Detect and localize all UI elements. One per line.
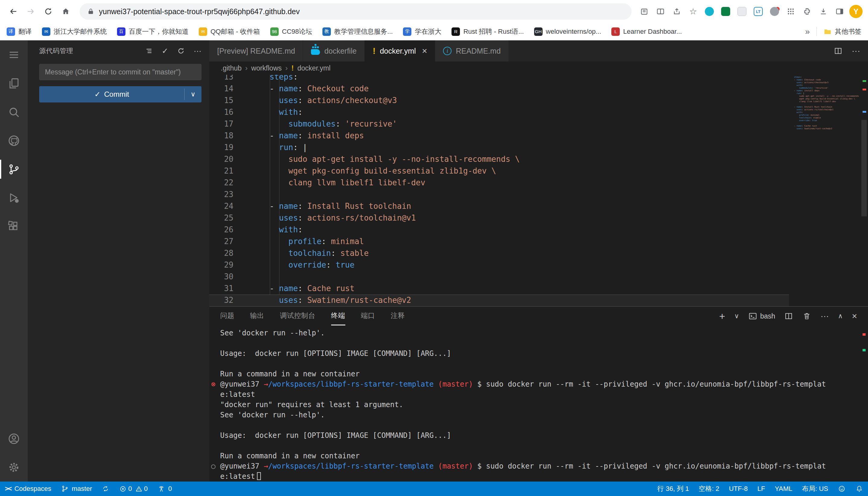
github-icon[interactable] bbox=[0, 126, 28, 155]
panel-tab[interactable]: 调试控制台 bbox=[280, 307, 315, 325]
check-icon: ✓ bbox=[94, 90, 101, 98]
scrollbar-thumb[interactable] bbox=[862, 120, 867, 216]
editor-tab[interactable]: !docker.yml× bbox=[365, 41, 435, 61]
bookmarks-overflow-chevron[interactable]: » bbox=[805, 27, 810, 36]
feedback-smiley-icon[interactable] bbox=[833, 482, 851, 496]
code-line: 23 bbox=[209, 189, 789, 200]
keyboard-layout-indicator[interactable]: 布局: US bbox=[797, 482, 833, 496]
terminal-output[interactable]: See 'docker run --help'. Usage: docker r… bbox=[209, 325, 868, 482]
panel-more-actions-icon[interactable]: ··· bbox=[820, 312, 829, 320]
eol-indicator[interactable]: LF bbox=[752, 482, 770, 496]
editor-tab[interactable]: dockerfile bbox=[303, 41, 365, 61]
terminal-line: Usage: docker run [OPTIONS] IMAGE [COMMA… bbox=[220, 348, 862, 359]
extension-teal-icon[interactable] bbox=[703, 5, 716, 18]
source-control-icon[interactable] bbox=[0, 155, 28, 184]
panel-tab[interactable]: 问题 bbox=[220, 307, 234, 325]
bookmarks-list: 译翻译✉浙江大学邮件系统百百度一下，你就知道✉QQ邮箱 - 收件箱98CC98论… bbox=[6, 27, 682, 36]
download-icon[interactable] bbox=[817, 5, 830, 18]
language-mode-indicator[interactable]: YAML bbox=[770, 482, 797, 496]
split-terminal-icon[interactable] bbox=[784, 312, 793, 321]
encoding-indicator[interactable]: UTF-8 bbox=[724, 482, 752, 496]
radio-tower-icon bbox=[158, 485, 165, 493]
view-as-tree-icon[interactable] bbox=[145, 47, 153, 55]
bookmark-item[interactable]: ✉QQ邮箱 - 收件箱 bbox=[199, 27, 260, 36]
forward-icon[interactable] bbox=[23, 4, 39, 19]
panel-tab[interactable]: 终端 bbox=[331, 307, 345, 325]
collections-icon[interactable] bbox=[638, 5, 651, 18]
commit-check-icon[interactable]: ✓ bbox=[162, 46, 168, 56]
bookmark-item[interactable]: 学学在浙大 bbox=[403, 27, 441, 36]
minimap-content: steps: - name: Checkout code uses: actio… bbox=[789, 75, 860, 130]
commit-dropdown-chevron[interactable]: ∨ bbox=[184, 86, 201, 103]
bookmark-item[interactable]: ✉浙江大学邮件系统 bbox=[42, 27, 107, 36]
editor-tab[interactable]: [Preview] README.md bbox=[209, 41, 303, 61]
notifications-bell-icon[interactable] bbox=[851, 482, 868, 496]
search-icon[interactable] bbox=[0, 98, 28, 126]
bookmark-item[interactable]: 98CC98论坛 bbox=[270, 27, 312, 36]
bookmark-item[interactable]: 教教学管理信息服务... bbox=[323, 27, 393, 36]
other-bookmarks-folder[interactable]: 其他书签 bbox=[823, 27, 862, 36]
indentation-indicator[interactable]: 空格: 2 bbox=[694, 482, 724, 496]
commit-message-input[interactable] bbox=[39, 64, 201, 80]
more-actions-icon[interactable]: ··· bbox=[194, 46, 201, 56]
new-terminal-icon[interactable]: + bbox=[719, 311, 725, 321]
editor-more-actions-icon[interactable]: ··· bbox=[852, 46, 860, 56]
home-icon[interactable] bbox=[58, 4, 74, 19]
commit-button[interactable]: ✓ Commit ∨ bbox=[39, 86, 201, 103]
ports-indicator[interactable]: 0 bbox=[153, 482, 177, 496]
breadcrumb-item[interactable]: docker.yml bbox=[297, 64, 331, 72]
codespaces-remote-indicator[interactable]: >< Codespaces bbox=[0, 482, 56, 496]
bookmark-item[interactable]: GHweloveinterns/op... bbox=[534, 27, 601, 36]
branch-indicator[interactable]: master bbox=[56, 482, 97, 496]
close-panel-icon[interactable]: × bbox=[852, 312, 857, 321]
chevron-right-icon: › bbox=[285, 64, 288, 72]
problems-indicator[interactable]: 0 0 bbox=[114, 482, 153, 496]
panel-tab[interactable]: 注释 bbox=[391, 307, 405, 325]
extension-notes-icon[interactable] bbox=[735, 5, 749, 18]
sync-changes-button[interactable] bbox=[97, 482, 114, 496]
apps-grid-icon[interactable] bbox=[784, 5, 797, 18]
kill-terminal-trash-icon[interactable] bbox=[802, 312, 811, 321]
code-editor[interactable]: 13 steps:14 - name: Checkout code15 uses… bbox=[209, 75, 868, 306]
bookmark-item[interactable]: 百百度一下，你就知道 bbox=[117, 27, 189, 36]
settings-gear-icon[interactable] bbox=[0, 453, 28, 482]
sidebar-toggle-icon[interactable] bbox=[833, 5, 846, 18]
breadcrumb-item[interactable]: .github bbox=[221, 64, 242, 72]
terminal-dropdown-chevron[interactable]: ∨ bbox=[734, 313, 739, 320]
bookmark-item[interactable]: LLearner Dashboar... bbox=[611, 27, 682, 36]
account-icon[interactable] bbox=[0, 424, 28, 453]
profile-avatar[interactable]: Y bbox=[849, 5, 863, 18]
code-line: 21 wget pkg-config build-essential zlib1… bbox=[209, 165, 789, 177]
breadcrumb-item[interactable]: workflows bbox=[251, 64, 282, 72]
split-screen-icon[interactable] bbox=[654, 5, 667, 18]
panel-tab[interactable]: 端口 bbox=[361, 307, 375, 325]
run-debug-icon[interactable] bbox=[0, 184, 28, 212]
panel-tab[interactable]: 输出 bbox=[250, 307, 264, 325]
extension-lt-icon[interactable]: LT bbox=[752, 5, 765, 18]
address-bar[interactable]: yunwei37-potential-space-trout-rpr5qwj66… bbox=[80, 3, 631, 19]
refresh-icon[interactable] bbox=[177, 47, 185, 55]
favorites-star-icon[interactable]: ☆ bbox=[686, 5, 700, 18]
close-icon[interactable]: × bbox=[422, 46, 428, 56]
split-editor-icon[interactable] bbox=[834, 46, 843, 56]
editor-scrollbar[interactable] bbox=[860, 75, 868, 306]
bookmark-item[interactable]: RRust 招聘 - Rust语... bbox=[451, 27, 524, 36]
extension-shield-icon[interactable] bbox=[719, 5, 732, 18]
menu-icon[interactable] bbox=[0, 41, 28, 69]
back-icon[interactable] bbox=[5, 4, 21, 19]
terminal-line bbox=[220, 359, 862, 369]
explorer-icon[interactable] bbox=[0, 69, 28, 98]
extension-cloud-icon[interactable] bbox=[768, 5, 781, 18]
cursor-position-indicator[interactable]: 行 36, 列 1 bbox=[652, 482, 694, 496]
code-text: run: | bbox=[251, 142, 307, 153]
line-number: 17 bbox=[209, 118, 234, 130]
reload-icon[interactable] bbox=[41, 4, 56, 19]
extensions-icon[interactable] bbox=[0, 212, 28, 241]
editor-tab[interactable]: iREADME.md bbox=[435, 41, 509, 61]
share-icon[interactable] bbox=[670, 5, 684, 18]
puzzle-extensions-icon[interactable] bbox=[800, 5, 814, 18]
terminal-session-item[interactable]: bash bbox=[748, 312, 775, 321]
bookmark-item[interactable]: 译翻译 bbox=[6, 27, 32, 36]
maximize-panel-chevron[interactable]: ∧ bbox=[838, 313, 843, 320]
minimap[interactable]: steps: - name: Checkout code uses: actio… bbox=[789, 75, 860, 306]
